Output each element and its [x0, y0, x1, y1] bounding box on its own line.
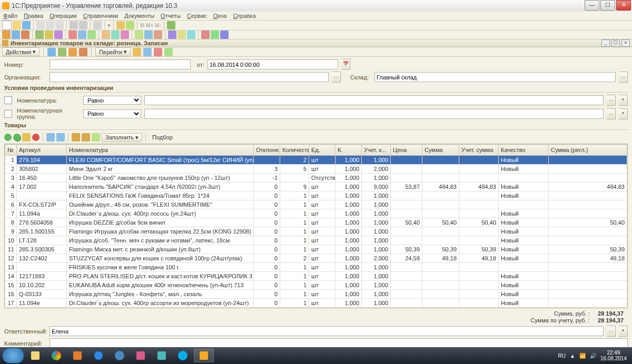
nomen-value-field[interactable]	[144, 95, 604, 105]
task-1c[interactable]	[194, 349, 214, 362]
tray-lang[interactable]: RU	[558, 353, 566, 359]
post-icon[interactable]	[47, 48, 56, 56]
t2-14[interactable]	[144, 31, 153, 39]
t2-15[interactable]	[154, 31, 162, 39]
settings-icon[interactable]	[92, 133, 100, 141]
delete-row-icon[interactable]	[32, 134, 39, 141]
col-header[interactable]: Цена	[391, 145, 422, 156]
save-icon[interactable]	[22, 21, 31, 29]
menu-Окна[interactable]: Окна	[213, 13, 227, 19]
calc-icon[interactable]	[116, 21, 125, 29]
copy-row-icon[interactable]	[13, 134, 21, 141]
doc-close-button[interactable]: ×	[621, 39, 630, 47]
menu-Правка[interactable]: Правка	[24, 13, 43, 19]
menu-Файл[interactable]: Файл	[3, 13, 17, 19]
nomen-group-select-button[interactable]: ...	[607, 108, 616, 119]
maximize-button[interactable]: ☐	[600, 0, 615, 11]
t2-7[interactable]	[68, 31, 77, 39]
t2-1[interactable]	[2, 31, 11, 39]
t2-21[interactable]	[220, 31, 229, 39]
tray-volume-icon[interactable]: 🔊	[590, 353, 596, 359]
responsible-field[interactable]	[50, 326, 604, 336]
cut-icon[interactable]	[36, 21, 45, 29]
edit-row-icon[interactable]	[22, 133, 31, 141]
table-row[interactable]: 11285.3.500305Flamingo Миска мет. с рези…	[5, 245, 627, 254]
table-row[interactable]: 316.450Little One "Кэроб" лакомство для …	[5, 174, 627, 183]
t2-11[interactable]	[111, 31, 120, 39]
table-row[interactable]: 1711.094еDr.Clauder`s д/кош. сух. 400гр …	[5, 299, 627, 308]
t2-20[interactable]	[211, 31, 219, 39]
nomen-checkbox[interactable]	[4, 96, 12, 104]
table-row[interactable]: 6FX-COLST2/PОшейник д/рул., 46 см, розов…	[5, 200, 627, 209]
table-row[interactable]: 10LT-128Игрушка д/соб. "Тенн. мяч с рука…	[5, 236, 627, 245]
menu-Операции[interactable]: Операции	[50, 13, 76, 19]
table-row[interactable]: 13FRISKIES кусочки в желе Говядина 100 г…	[5, 263, 627, 272]
col-header[interactable]: Артикул	[17, 145, 67, 156]
task-chrome[interactable]	[46, 349, 66, 362]
task-app1[interactable]	[131, 349, 151, 362]
nomen-group-compare-select[interactable]: Равно	[83, 109, 141, 118]
table-row[interactable]: 711.094аDr.Clauder`s д/кош. сух. 400гр л…	[5, 209, 627, 218]
task-skype[interactable]	[173, 349, 193, 362]
warehouse-select-button[interactable]: ...	[619, 72, 628, 83]
ab3-icon[interactable]	[154, 48, 162, 56]
responsible-select-button[interactable]: ...	[607, 326, 616, 337]
task-app2[interactable]	[152, 349, 172, 362]
org-field[interactable]	[50, 72, 329, 82]
col-header[interactable]: Отклоне...	[254, 145, 280, 156]
t2-19[interactable]	[201, 31, 210, 39]
new-icon[interactable]	[2, 21, 12, 30]
struct-icon[interactable]	[79, 48, 87, 56]
add-row-icon[interactable]	[4, 134, 12, 141]
col-header[interactable]: Учет. к...	[362, 145, 391, 156]
col-header[interactable]: Количество	[280, 145, 309, 156]
col-header[interactable]: Ед.	[309, 145, 335, 156]
table-row[interactable]: 5FELIX SENSATIONS ГвЖ Говядина/Томат 85г…	[5, 191, 627, 200]
tray-flag-icon[interactable]: ▲	[570, 353, 575, 359]
t2-2[interactable]	[12, 31, 20, 39]
ab2-icon[interactable]	[143, 48, 152, 56]
table-row[interactable]: 1412171883PRO PLAN STERILISED д/ст. коше…	[5, 272, 627, 281]
nomen-group-checkbox[interactable]	[4, 110, 12, 118]
task-media[interactable]	[67, 349, 87, 362]
col-header[interactable]: К.	[335, 145, 362, 156]
redo-icon[interactable]	[79, 21, 87, 29]
table-row[interactable]: 9285.1.500155Flamingo Игрушка д/собак ле…	[5, 227, 627, 236]
t2-4[interactable]	[35, 31, 44, 39]
nomen-clear-button[interactable]: ×	[619, 95, 628, 106]
nomen-group-clear-button[interactable]: ×	[619, 108, 628, 119]
print-icon[interactable]	[68, 48, 77, 56]
table-row[interactable]: 8278.5604058Игрушка DEZZIE д/собак 9см в…	[5, 218, 627, 227]
table-row[interactable]: 417.002Наполнитель "БАРСИК" стандарт 4,5…	[5, 183, 627, 191]
col-header[interactable]: Учет. сумма	[459, 145, 499, 156]
undo-icon[interactable]	[70, 21, 78, 29]
col-header[interactable]: Сумма	[422, 145, 459, 156]
nomen-group-value-field[interactable]	[144, 109, 604, 119]
nomen-select-button[interactable]: ...	[607, 95, 616, 106]
table-row[interactable]: 1510.10.202EUKANUBA Adult корм д/кошек 4…	[5, 281, 627, 290]
task-explorer[interactable]	[25, 349, 45, 362]
table-row[interactable]: 12132.С2402STUZZYCAT консервы для кошек …	[5, 254, 627, 263]
t2-9[interactable]	[87, 31, 96, 39]
table-row[interactable]: 2305802Мини Эдалт 2 кг35шт1,0002,000Новы…	[5, 165, 627, 174]
sort-asc-icon[interactable]	[72, 133, 80, 141]
ab1-icon[interactable]	[133, 48, 141, 56]
t2-18[interactable]	[187, 31, 195, 39]
doc-max-button[interactable]: ☐	[611, 39, 620, 47]
open-icon[interactable]	[13, 21, 21, 29]
date-picker-button[interactable]: 📅	[341, 59, 350, 70]
menu-Сервис[interactable]: Сервис	[187, 13, 207, 19]
t2-16[interactable]	[168, 31, 176, 39]
col-header[interactable]: Номенклатура	[67, 145, 254, 156]
copy-icon[interactable]	[46, 21, 54, 29]
menu-Документы[interactable]: Документы	[124, 13, 154, 19]
col-header[interactable]: №	[5, 145, 17, 156]
nomen-compare-select[interactable]: Равно	[83, 96, 141, 105]
menu-Отчеты[interactable]: Отчеты	[161, 13, 181, 19]
responsible-clear-button[interactable]: ×	[619, 326, 628, 337]
tray-clock[interactable]: 22:4916.08.2014	[600, 350, 627, 361]
actions-dropdown[interactable]: Действия ▾	[2, 47, 39, 56]
t2-17[interactable]	[177, 31, 186, 39]
help-icon[interactable]	[167, 21, 175, 29]
calendar-icon[interactable]	[126, 21, 134, 29]
